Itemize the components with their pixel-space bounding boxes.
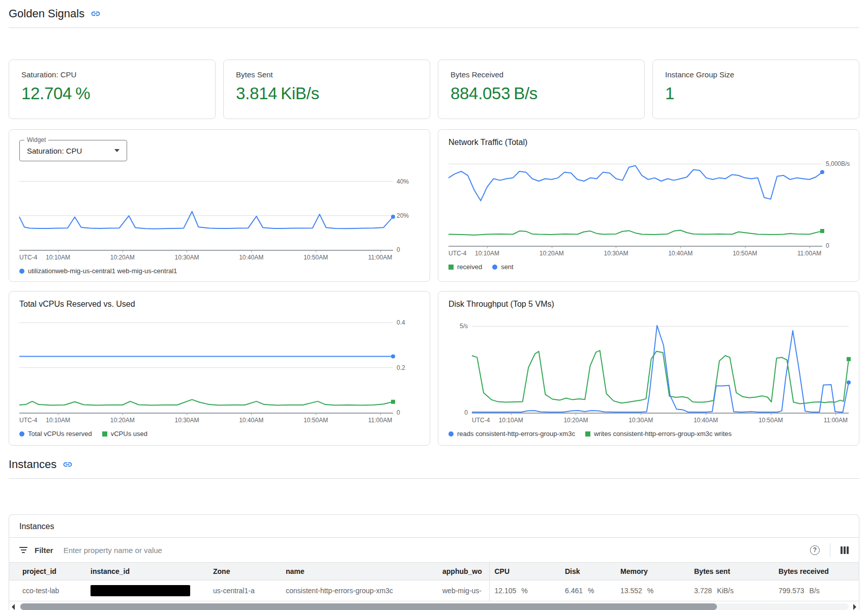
widget-select-wrap: Widget Saturation: CPU [19, 140, 127, 161]
scrollbar-thumb[interactable] [20, 603, 717, 610]
chart-title: Network Traffic (Total) [448, 138, 849, 147]
x-tick-mark [511, 413, 512, 415]
link-icon[interactable] [91, 9, 101, 19]
legend-label: utilizationweb-mig-us-central1 web-mig-u… [28, 267, 177, 275]
scorecard-bytes-sent: Bytes Sent 3.814KiB/s [223, 60, 430, 119]
x-tick-mark [316, 250, 316, 252]
col-bytes-sent[interactable]: Bytes sent [689, 563, 773, 580]
x-axis-timezone: UTC-4 [19, 254, 37, 261]
help-icon[interactable]: ? [810, 545, 820, 555]
unit: % [521, 587, 527, 595]
x-tick-mark [641, 413, 641, 415]
x-tick-mark [552, 246, 552, 248]
dashboard-page: Golden Signals Saturation: CPU 12.704% B… [0, 0, 868, 610]
cell-cpu: 12.105% [489, 580, 560, 601]
divider [830, 543, 830, 557]
filter-input[interactable] [63, 545, 800, 555]
col-memory[interactable]: Memory [615, 563, 689, 580]
x-tick-mark [810, 246, 810, 248]
x-tick-label: 10:30AM [174, 417, 199, 424]
value: 12.105 [495, 587, 517, 595]
legend-item: received [448, 263, 482, 271]
chart-legend: reads consistent-http-errors-group-xm3cw… [448, 430, 849, 438]
col-name[interactable]: name [281, 563, 437, 580]
cell-bytes-sent: 3.728KiB/s [689, 580, 773, 601]
x-tick-label: 10:50AM [759, 417, 783, 424]
filter-bar: Filter ? [9, 538, 859, 562]
section-divider [9, 27, 859, 28]
unit: % [647, 587, 653, 595]
x-tick-label: 10:40AM [668, 250, 693, 257]
instances-table: project_id instance_id Zone name apphub_… [9, 562, 859, 601]
chart-body: UTC-410:10AM10:20AM10:30AM10:40AM10:50AM… [19, 169, 420, 263]
x-axis-timezone: UTC-4 [472, 417, 490, 424]
col-project-id[interactable]: project_id [9, 563, 85, 580]
filter-label: Filter [35, 546, 53, 555]
chart-body: UTC-410:10AM10:20AM10:30AM10:40AM10:50AM… [448, 154, 849, 259]
x-tick-label: 10:20AM [540, 250, 564, 257]
scorecard-label: Instance Group Size [665, 70, 847, 79]
scorecard-label: Bytes Sent [236, 70, 417, 79]
col-zone[interactable]: Zone [208, 563, 281, 580]
x-tick-mark [316, 413, 316, 415]
cell-memory: 13.552% [615, 580, 689, 601]
x-axis-timezone: UTC-4 [19, 417, 37, 424]
redacted-instance-id [91, 585, 190, 596]
legend-label: Total vCPUs reserved [28, 430, 92, 438]
plot-column: UTC-410:10AM10:20AM10:30AM10:40AM10:50AM… [19, 316, 393, 426]
cell-disk: 6.461% [560, 580, 615, 601]
section-divider [9, 478, 859, 479]
circle-marker-icon [19, 269, 24, 274]
x-tick-mark [58, 413, 58, 415]
plot-column: UTC-410:10AM10:20AM10:30AM10:40AM10:50AM… [472, 316, 849, 426]
widget-select-label: Widget [24, 136, 48, 143]
chart-plot [19, 316, 393, 413]
y-axis-labels: 0.40.20 [393, 316, 420, 426]
scroll-right-icon[interactable] [853, 604, 856, 610]
column-display-icon[interactable] [841, 546, 849, 554]
vcpus-chart: UTC-410:10AM10:20AM10:30AM10:40AM10:50AM… [19, 316, 420, 438]
col-bytes-received[interactable]: Bytes received [773, 563, 859, 580]
x-tick-mark [123, 250, 123, 252]
scorecard-unit: B/s [514, 84, 537, 103]
scorecard-number: 3.814 [236, 84, 277, 103]
x-tick-label: 10:40AM [239, 417, 263, 424]
chart-title: Total vCPUs Reserved vs. Used [19, 300, 420, 309]
x-tick-mark [251, 250, 252, 252]
y-axis-label: 0 [397, 246, 400, 253]
filter-list-icon [19, 547, 27, 553]
col-apphub-workload[interactable]: apphub_wo [437, 563, 489, 580]
chart-plot [19, 169, 393, 250]
y-axis-label: 0 [826, 242, 829, 249]
legend-label: reads consistent-http-errors-group-xm3c [457, 430, 575, 438]
x-tick-label: 11:00AM [797, 250, 821, 257]
link-icon[interactable] [63, 459, 73, 470]
value: 6.461 [565, 587, 583, 595]
x-tick-label: 10:50AM [304, 417, 328, 424]
end-marker-circle [847, 381, 851, 385]
plot-column: UTC-410:10AM10:20AM10:30AM10:40AM10:50AM… [19, 169, 393, 263]
chart-title: Disk Throughput (Top 5 VMs) [448, 300, 849, 309]
legend-item: Total vCPUs reserved [19, 430, 92, 438]
end-marker-square [847, 357, 851, 361]
chart-line-utilization [19, 212, 393, 229]
x-tick-label: 10:20AM [110, 417, 135, 424]
scorecard-unit: % [75, 84, 90, 103]
y-axis-label: 20% [397, 212, 409, 219]
legend-label: received [457, 263, 482, 271]
vcpus-chart-card: Total vCPUs Reserved vs. Used UTC-410:10… [9, 291, 430, 446]
scorecards-row: Saturation: CPU 12.704% Bytes Sent 3.814… [9, 60, 859, 119]
scorecard-value: 12.704% [21, 84, 203, 103]
col-disk[interactable]: Disk [560, 563, 615, 580]
x-tick-mark [616, 246, 616, 248]
table-row[interactable]: cco-test-lab us-central1-a consistent-ht… [9, 580, 859, 601]
col-cpu[interactable]: CPU [489, 563, 560, 580]
cell-instance-id [85, 580, 208, 601]
cell-bytes-received: 799.573B/s [773, 580, 859, 601]
y-axis-label: 0 [464, 409, 468, 416]
col-instance-id[interactable]: instance_id [85, 563, 208, 580]
scorecard-label: Saturation: CPU [21, 70, 203, 79]
y-axis-label: 0 [397, 409, 400, 416]
scroll-left-icon[interactable] [12, 604, 15, 610]
chart-svg [472, 316, 849, 413]
